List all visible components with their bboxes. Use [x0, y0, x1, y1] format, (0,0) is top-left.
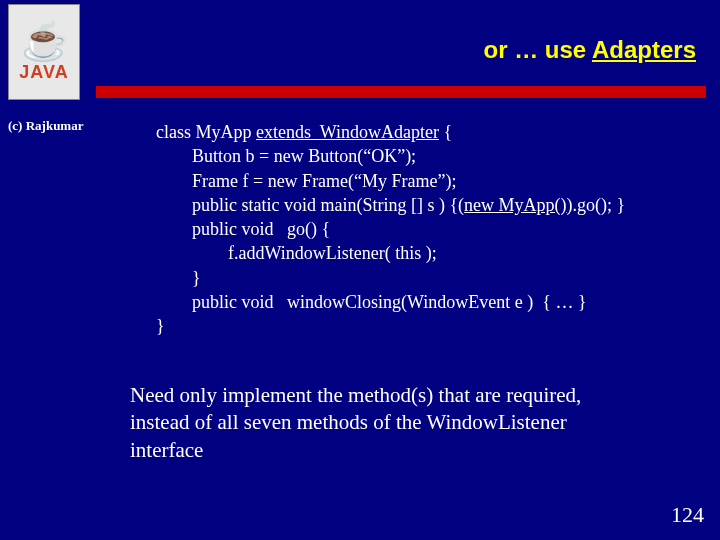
title-prefix: or … use — [484, 36, 592, 63]
code-l6: f.addWindowListener( this ); — [156, 243, 437, 263]
code-block: class MyApp extends WindowAdapter { Butt… — [156, 120, 625, 339]
code-l4a: public static void main(String [] s ) {( — [156, 195, 464, 215]
java-logo: ☕ JAVA — [8, 4, 80, 100]
copyright-label: (c) Rajkumar — [8, 118, 83, 134]
explanation-text: Need only implement the method(s) that a… — [130, 382, 630, 464]
java-logo-text: JAVA — [19, 62, 68, 83]
title-adapters: Adapters — [592, 36, 696, 63]
code-l2: Button b = new Button(“OK”); — [156, 146, 416, 166]
page-number: 124 — [671, 502, 704, 528]
code-l5: public void go() { — [156, 219, 330, 239]
code-l8: public void windowClosing(WindowEvent e … — [156, 292, 587, 312]
code-l1a: class MyApp — [156, 122, 256, 142]
divider-bar — [96, 86, 706, 98]
code-l4c: ).go(); } — [567, 195, 626, 215]
code-l1c: { — [439, 122, 452, 142]
code-l3: Frame f = new Frame(“My Frame”); — [156, 171, 457, 191]
code-l4b: new MyApp() — [464, 195, 566, 215]
code-l9: } — [156, 316, 165, 336]
code-l1b: extends WindowAdapter — [256, 122, 439, 142]
coffee-cup-icon: ☕ — [21, 22, 68, 60]
slide-title: or … use Adapters — [484, 36, 697, 64]
code-l7: } — [156, 268, 201, 288]
